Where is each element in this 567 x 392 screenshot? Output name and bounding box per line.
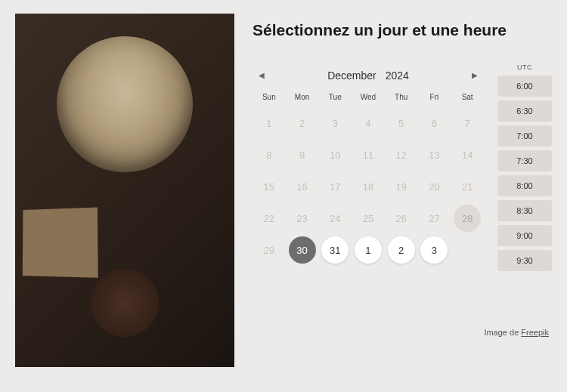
calendar-dow-label: Mon bbox=[286, 93, 319, 101]
image-credit: Image de Freepik bbox=[253, 328, 552, 337]
calendar-day: 19 bbox=[388, 173, 415, 200]
calendar-day: 8 bbox=[256, 141, 283, 168]
timezone-label: UTC bbox=[497, 63, 552, 76]
calendar-day: 25 bbox=[355, 205, 382, 232]
calendar-day: 4 bbox=[355, 110, 382, 137]
calendar: ◀ December 2024 ▶ SunMonTueWedThuFriSat … bbox=[253, 63, 484, 275]
calendar-day: 16 bbox=[289, 173, 316, 200]
time-slot[interactable]: 6:00 bbox=[497, 76, 552, 97]
time-slot[interactable]: 7:30 bbox=[497, 150, 552, 171]
calendar-day: 26 bbox=[388, 205, 415, 232]
calendar-day: 24 bbox=[321, 205, 349, 232]
calendar-day: 1 bbox=[256, 110, 283, 137]
calendar-day: 27 bbox=[420, 205, 448, 232]
calendar-day[interactable]: 31 bbox=[321, 236, 349, 264]
time-slot[interactable]: 8:00 bbox=[497, 175, 552, 196]
calendar-day: 11 bbox=[355, 141, 382, 168]
calendar-dow-label: Thu bbox=[385, 93, 418, 101]
calendar-day: 15 bbox=[256, 173, 283, 200]
calendar-year-label: 2024 bbox=[386, 69, 409, 82]
calendar-day: 5 bbox=[388, 110, 415, 137]
time-slot[interactable]: 9:30 bbox=[497, 250, 552, 271]
calendar-day[interactable]: 3 bbox=[420, 236, 448, 264]
calendar-day[interactable]: 2 bbox=[388, 236, 415, 264]
page-title: Sélectionnez un jour et une heure bbox=[253, 21, 552, 39]
calendar-day: 14 bbox=[454, 141, 481, 168]
calendar-day: 18 bbox=[355, 173, 382, 200]
calendar-day[interactable]: 30 bbox=[289, 236, 316, 264]
calendar-day[interactable]: 1 bbox=[355, 236, 382, 264]
calendar-dow-label: Tue bbox=[318, 93, 352, 101]
credit-link[interactable]: Freepik bbox=[521, 328, 549, 337]
time-slot[interactable]: 6:30 bbox=[497, 100, 552, 122]
calendar-day: 21 bbox=[454, 173, 481, 200]
calendar-day: 17 bbox=[321, 173, 349, 200]
calendar-day: 23 bbox=[289, 205, 316, 232]
calendar-day: 22 bbox=[256, 205, 283, 232]
time-slot[interactable]: 9:00 bbox=[497, 225, 552, 246]
calendar-day: 12 bbox=[388, 141, 415, 168]
calendar-day: 20 bbox=[420, 173, 448, 200]
calendar-day: 7 bbox=[454, 110, 481, 137]
calendar-day: 6 bbox=[420, 110, 448, 137]
calendar-day: 2 bbox=[289, 110, 316, 137]
calendar-day: 13 bbox=[420, 141, 448, 168]
calendar-day: 28 bbox=[454, 205, 481, 232]
time-slot[interactable]: 7:00 bbox=[497, 125, 552, 147]
calendar-day: 10 bbox=[321, 141, 349, 168]
hero-image bbox=[15, 14, 234, 367]
next-month-button[interactable]: ▶ bbox=[466, 68, 484, 82]
prev-month-button[interactable]: ◀ bbox=[253, 68, 271, 82]
calendar-day: 29 bbox=[256, 236, 283, 264]
calendar-dow-label: Sat bbox=[451, 93, 484, 101]
calendar-dow-label: Sun bbox=[253, 93, 286, 101]
time-slot[interactable]: 8:30 bbox=[497, 200, 552, 221]
calendar-dow-label: Fri bbox=[418, 93, 451, 101]
calendar-month-label: December bbox=[327, 69, 376, 82]
calendar-dow-label: Wed bbox=[352, 93, 385, 101]
calendar-day: 3 bbox=[321, 110, 349, 137]
calendar-day: 9 bbox=[289, 141, 316, 168]
